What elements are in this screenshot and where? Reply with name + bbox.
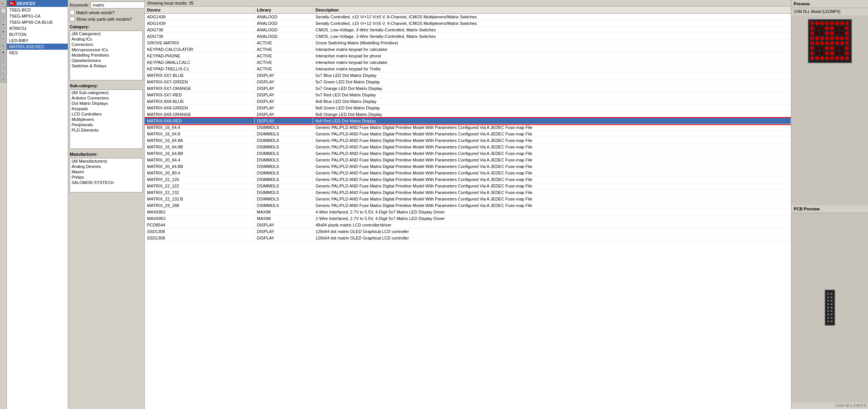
toolbar-label-icon[interactable]: A — [0, 28, 7, 34]
cell-device: MATRIX_20_64.B8 — [145, 163, 254, 170]
table-row[interactable]: MAX6953MAXIM2-Wire Interfaced, 2.7V to 5… — [145, 215, 791, 222]
cell-device: MATRIX-8X8-ORANGE — [145, 111, 254, 118]
devices-title: DEVICES — [17, 1, 35, 6]
table-row[interactable]: MATRIX_16_64.4DSIMMDLSGeneric PAL/PLD AN… — [145, 124, 791, 131]
toolbar-power-icon[interactable]: ⏚ — [0, 35, 7, 41]
table-row[interactable]: KEYPAD-CALCULATORACTIVEInteractive matri… — [145, 46, 791, 53]
toolbar-wire-icon[interactable]: ╱ — [0, 15, 7, 21]
cell-device: MATRIX_22_122 — [145, 183, 254, 189]
toolbar-component-icon[interactable]: ⬜ — [0, 8, 7, 14]
manufacturer-item[interactable]: SALOMON SYSTECH — [70, 180, 142, 185]
cell-device: MATRIX_20_64.4 — [145, 157, 254, 163]
subcategory-item[interactable]: PLD Elements — [70, 127, 142, 133]
table-row[interactable]: MATRIX-5X7-BLUEDISPLAY5x7 Blue LED Dot M… — [145, 72, 791, 79]
table-row[interactable]: MATRIX_22_122DSIMMDLSGeneric PAL/PLD AND… — [145, 183, 791, 189]
category-item[interactable]: Modelling Primitives — [70, 52, 142, 58]
table-row[interactable]: SSD1306DISPLAY128x64 dot matrix OLED Gra… — [145, 228, 791, 235]
subcategory-item[interactable]: (All Sub-categories) — [70, 90, 142, 95]
manufacturer-item[interactable]: Maxim — [70, 169, 142, 174]
dot-cell — [845, 26, 849, 30]
pcb-row — [827, 310, 833, 312]
table-row[interactable]: MATRIX-8X8-REDDISPLAY8x8 Red LED Dot Mat… — [145, 118, 791, 124]
dot-cell — [830, 31, 834, 35]
category-item[interactable]: Microprocessor ICs — [70, 47, 142, 52]
cell-library: DISPLAY — [254, 85, 313, 92]
table-row[interactable]: MATRIX_20_80.4DSIMMDLSGeneric PAL/PLD AN… — [145, 170, 791, 176]
cell-library: DSIMMDLS — [254, 163, 313, 170]
category-item[interactable]: (All Categories) — [70, 31, 142, 36]
device-item[interactable]: 7SEG-MPX1-CA — [7, 13, 68, 19]
show-parts-models-checkbox[interactable] — [70, 16, 75, 21]
pcb-row — [827, 317, 833, 319]
manufacturer-item[interactable]: Analog Devices — [70, 164, 142, 169]
table-row[interactable]: MATRIX-8X8-BLUEDISPLAY8x8 Blue LED Dot M… — [145, 98, 791, 105]
device-item[interactable]: MATRIX-8X8-RED — [7, 44, 68, 50]
cell-description: 128x64 dot matrix OLED Graphical LCD con… — [313, 228, 791, 235]
device-item[interactable]: BUTTON — [7, 31, 68, 37]
category-item[interactable]: Optoelectronics — [70, 58, 142, 63]
table-row[interactable]: KEYPAD-SMALLCALCACTIVEInteractive matrix… — [145, 59, 791, 66]
table-row[interactable]: MATRIX_16_64.8DSIMMDLSGeneric PAL/PLD AN… — [145, 131, 791, 137]
cell-library: MAXIM — [254, 215, 313, 222]
table-row[interactable]: PCD8544DISPLAY48x84 pixels matrix LCD co… — [145, 222, 791, 228]
manufacturer-item[interactable]: (All Manufacturers) — [70, 158, 142, 164]
toolbar-bus-icon[interactable]: ≡ — [0, 21, 7, 28]
table-row[interactable]: MATRIX_22_132DSIMMDLSGeneric PAL/PLD AND… — [145, 189, 791, 196]
table-row[interactable]: MATRIX_16_64.8BDSIMMDLSGeneric PAL/PLD A… — [145, 144, 791, 150]
table-row[interactable]: MATRIX_22_120DSIMMDLSGeneric PAL/PLD AND… — [145, 176, 791, 183]
device-item[interactable]: AT89C51 — [7, 25, 68, 31]
match-whole-words-checkbox[interactable] — [70, 10, 75, 15]
toolbar-box-icon[interactable]: □ — [0, 56, 7, 62]
toolbar-line-icon[interactable]: — — [0, 70, 7, 76]
cell-device: MATRIX-8X8-GREEN — [145, 105, 254, 111]
table-row[interactable]: ADG1438ANALOGDSerially Controlled, ±15 V… — [145, 14, 791, 20]
toolbar-pin-icon[interactable]: ● — [0, 49, 7, 55]
table-row[interactable]: GROVE-MATRIXACTIVEGrove Switching Matrix… — [145, 40, 791, 46]
subcategory-item[interactable]: Arduino Connectors — [70, 95, 142, 101]
table-row[interactable]: MATRIX_29_188DSIMMDLSGeneric PAL/PLD AND… — [145, 202, 791, 209]
category-item[interactable]: Connectors — [70, 42, 142, 47]
cell-library: DSIMMDLS — [254, 131, 313, 137]
table-row[interactable]: MATRIX-8X8-GREENDISPLAY8x8 Green LED Dot… — [145, 105, 791, 111]
dot-cell — [845, 51, 849, 55]
toolbar-port-icon[interactable]: ▷ — [0, 42, 7, 48]
cell-device: MATRIX-5X7-BLUE — [145, 72, 254, 79]
toolbar-text-icon[interactable]: T — [0, 77, 7, 83]
cell-description: Generic PAL/PLD AND Fuse Matrix Digital … — [313, 196, 791, 202]
table-row[interactable]: ADG738ANALOGDCMOS, Low-Voltage, 3-Wire S… — [145, 27, 791, 33]
table-row[interactable]: MATRIX_16_64.B8DSIMMDLSGeneric PAL/PLD A… — [145, 150, 791, 157]
category-item[interactable]: Analog ICs — [70, 36, 142, 42]
device-item[interactable]: RES — [7, 50, 68, 56]
table-row[interactable]: MATRIX-5X7-ORANGEDISPLAY5x7 Orange LED D… — [145, 85, 791, 92]
subcategory-item[interactable]: Keypads — [70, 106, 142, 111]
table-row[interactable]: MATRIX-5X7-REDDISPLAY5x7 Red LED Dot Mat… — [145, 92, 791, 98]
table-row[interactable]: MAX6952MAXIM4-Wire Interfaced, 2.7V to 5… — [145, 209, 791, 215]
table-row[interactable]: MATRIX_16_64.8ADSIMMDLSGeneric PAL/PLD A… — [145, 137, 791, 144]
subcategory-item[interactable]: Dot Matrix Displays — [70, 101, 142, 106]
table-row[interactable]: MATRIX-8X8-ORANGEDISPLAY8x8 Orange LED D… — [145, 111, 791, 118]
pcb-row — [827, 313, 833, 316]
device-item[interactable]: 7SEG-MPX6-CA-BLUE — [7, 19, 68, 25]
table-row[interactable]: ADG1439ANALOGDSerially Controlled, ±15 V… — [145, 20, 791, 27]
manufacturer-item[interactable]: Philips — [70, 174, 142, 180]
subcategory-item[interactable]: LCD Controllers — [70, 111, 142, 117]
toolbar-arrow-icon[interactable]: ↖ — [0, 1, 7, 7]
table-row[interactable]: KEYPAD-TRELLIS-C1ACTIVEInteractive matri… — [145, 66, 791, 72]
subcategory-item[interactable]: Multiplexers — [70, 117, 142, 122]
table-row[interactable]: MATRIX_20_64.4DSIMMDLSGeneric PAL/PLD AN… — [145, 157, 791, 163]
toolbar-circle-icon[interactable]: ○ — [0, 63, 7, 69]
dot-cell — [810, 31, 814, 35]
device-item[interactable]: 7SEG-BCD — [7, 7, 68, 13]
table-row[interactable]: MATRIX_22_132.BDSIMMDLSGeneric PAL/PLD A… — [145, 196, 791, 202]
cell-device: KEYPAD-CALCULATOR — [145, 46, 254, 53]
keyword-input[interactable] — [91, 2, 145, 8]
table-row[interactable]: KEYPAD-PHONEACTIVEInteractive matrix key… — [145, 53, 791, 59]
category-item[interactable]: Switches & Relays — [70, 63, 142, 68]
table-row[interactable]: ADG739ANALOGDCMOS, Low-Voltage, 3-Wire S… — [145, 33, 791, 40]
device-item[interactable]: LED-BIBY — [7, 37, 68, 44]
subcategory-item[interactable]: Peripherals — [70, 122, 142, 127]
cell-description: 48x84 pixels matrix LCD controller/drive… — [313, 222, 791, 228]
table-row[interactable]: MATRIX_20_64.B8DSIMMDLSGeneric PAL/PLD A… — [145, 163, 791, 170]
table-row[interactable]: SSD1308DISPLAY128x64 dot matrix OLED Gra… — [145, 235, 791, 241]
table-row[interactable]: MATRIX-5X7-GREENDISPLAY5x7 Green LED Dot… — [145, 79, 791, 85]
